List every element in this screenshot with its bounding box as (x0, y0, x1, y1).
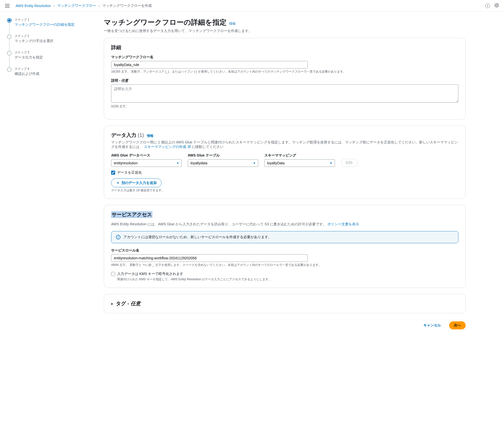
step-indicator-icon (7, 18, 12, 23)
alert-text: アカウントには適切なロールがないため、新しいサービスロールを作成する必要がありま… (123, 235, 272, 239)
add-data-input-button[interactable]: ＋ 別のデータ入力を追加 (111, 178, 162, 187)
data-input-heading: データ入力 (1) 情報 (111, 132, 458, 139)
details-heading: 詳細 (111, 44, 458, 51)
glue-table-label: AWS Glue テーブル (188, 153, 258, 158)
delete-input-button[interactable]: 削除 (341, 159, 358, 167)
policy-doc-link[interactable]: ポリシー文書を表示 (327, 222, 359, 226)
breadcrumb-sep-icon: › (53, 4, 55, 8)
workflow-name-input[interactable] (111, 61, 308, 69)
step-num: ステップ 1 (15, 18, 91, 22)
data-input-panel: データ入力 (1) 情報 マッチングワークフロー用に 1 個以上の AWS Gl… (104, 126, 466, 199)
step-title: 確認および作成 (15, 72, 91, 76)
service-role-input[interactable] (111, 254, 308, 262)
step-title: マッチングワークフローの詳細を指定 (15, 22, 91, 27)
service-role-hint: 49/64 文字。 英数字と '+=,.@-_' 文字を使用します。スペースを含… (111, 263, 458, 267)
step-4[interactable]: ステップ 4 確認および作成 (7, 67, 91, 83)
data-input-desc: マッチングワークフロー用に 1 個以上の AWS Glue テーブルと関連付けら… (111, 140, 458, 149)
breadcrumb-root[interactable]: AWS Entity Resolution (16, 4, 51, 8)
info-icon[interactable]: i (485, 4, 490, 8)
details-panel: 詳細 マッチングワークフロー名 16/255 文字。 英数字、アンダースコア (… (104, 38, 466, 119)
schema-mapping-label: スキーママッピング (264, 153, 335, 158)
caret-right-icon: ▶ (111, 302, 113, 305)
schema-mapping-select[interactable]: loyaltyData (264, 159, 335, 167)
tags-panel: ▶ タグ - 任意 (104, 294, 466, 313)
glue-db-select[interactable]: entityresolution (111, 159, 182, 167)
kms-label: 入力データは KMS キーで暗号化されます (117, 272, 183, 276)
step-num: ステップ 3 (15, 50, 91, 55)
description-label: 説明 - 任意 (111, 78, 458, 83)
service-role-label: サービスロール名 (111, 248, 458, 253)
wizard-steps: ステップ 1 マッチングワークフローの詳細を指定 ステップ 2 マッチングの手法… (0, 12, 96, 342)
schema-mapping-link[interactable]: スキーママッピングの作成 (144, 145, 192, 149)
page-title: マッチングワークフローの詳細を指定 (104, 18, 227, 26)
step-2[interactable]: ステップ 2 マッチングの手法を選択 (7, 34, 91, 50)
breadcrumb: AWS Entity Resolution › マッチングワークフロー › マッ… (16, 4, 485, 8)
cancel-button[interactable]: キャンセル (419, 321, 446, 329)
glue-table-select[interactable]: loyaltydata (188, 159, 258, 167)
service-access-desc: AWS Entity Resolution には、AWS Glue から入力され… (111, 222, 458, 227)
info-alert: i アカウントには適切なロールがないため、新しいサービスロールを作成する必要があ… (111, 231, 458, 243)
step-indicator-icon (7, 67, 12, 72)
support-icon[interactable] (494, 3, 499, 8)
tags-heading: タグ - 任意 (116, 300, 141, 307)
kms-checkbox[interactable] (111, 272, 115, 276)
description-hint: 0/255 文字。 (111, 104, 458, 109)
breadcrumb-parent[interactable]: マッチングワークフロー (57, 4, 96, 8)
step-indicator-icon (7, 35, 12, 39)
external-link-icon (188, 145, 191, 148)
next-button[interactable]: 次へ (449, 321, 466, 329)
normalize-checkbox[interactable] (111, 171, 115, 175)
description-input[interactable] (111, 84, 458, 103)
info-link[interactable]: 情報 (229, 22, 236, 25)
workflow-name-hint: 16/255 文字。 英数字、アンダースコア (_)、またはハイフン (-) を… (111, 70, 458, 74)
plus-icon: ＋ (116, 180, 120, 185)
step-num: ステップ 2 (15, 34, 91, 38)
glue-db-label: AWS Glue データベース (111, 153, 182, 158)
svg-point-1 (496, 5, 497, 6)
step-3[interactable]: ステップ 3 データ出力を指定 (7, 50, 91, 67)
page-desc: 一致を見つけるために使用するデータ入力を用いて、マッチングワークフローを作成しま… (104, 29, 466, 33)
step-title: マッチングの手法を選択 (15, 39, 91, 43)
service-access-heading: サービスアクセス (111, 211, 152, 218)
svg-marker-0 (495, 3, 498, 7)
step-num: ステップ 4 (15, 67, 91, 71)
step-1[interactable]: ステップ 1 マッチングワークフローの詳細を指定 (7, 18, 91, 34)
breadcrumb-current: マッチングワークフローを作成 (102, 4, 152, 8)
normalize-label: データを正規化 (117, 170, 142, 175)
kms-hint: 関連付けられた KMS キーを指定して、AWS Entity Resolutio… (117, 277, 458, 282)
step-indicator-icon (7, 51, 12, 55)
tags-expand-toggle[interactable]: ▶ タグ - 任意 (111, 300, 458, 307)
info-link[interactable]: 情報 (147, 134, 153, 138)
breadcrumb-sep-icon: › (99, 4, 100, 8)
workflow-name-label: マッチングワークフロー名 (111, 55, 458, 59)
menu-icon[interactable] (5, 4, 10, 8)
info-icon: i (116, 235, 120, 239)
service-access-panel: サービスアクセス AWS Entity Resolution には、AWS Gl… (104, 205, 466, 288)
add-input-hint: データ入力は最大 19 個追加できます。 (111, 188, 458, 193)
footer-actions: キャンセル 次へ (104, 319, 466, 335)
step-title: データ出力を指定 (15, 55, 91, 60)
